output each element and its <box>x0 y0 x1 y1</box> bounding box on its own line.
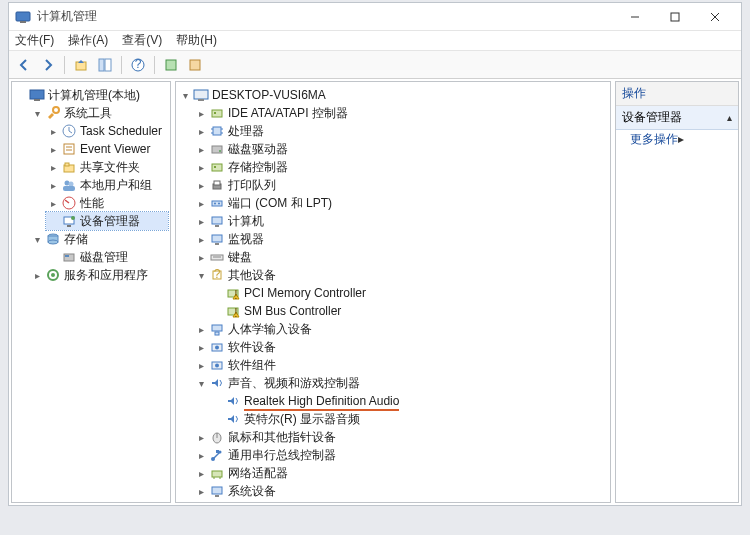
users-icon <box>61 177 77 193</box>
chevron-right-icon[interactable] <box>194 466 208 480</box>
chevron-down-icon[interactable] <box>178 88 192 102</box>
tree-item-shared-folders[interactable]: 共享文件夹 <box>46 158 168 176</box>
device-displayAdapters[interactable]: 显示适配器 <box>194 500 608 503</box>
chevron-right-icon[interactable] <box>194 484 208 498</box>
tree-item-services[interactable]: 服务和应用程序 <box>30 266 168 284</box>
svg-rect-52 <box>212 201 222 206</box>
device-hid[interactable]: 人体学输入设备 <box>194 320 608 338</box>
monitor-icon <box>209 231 225 247</box>
device-softDevices[interactable]: 软件设备 <box>194 338 608 356</box>
chevron-right-icon[interactable] <box>194 196 208 210</box>
chevron-right-icon[interactable] <box>46 196 60 210</box>
svg-text:!: ! <box>234 306 237 319</box>
mouse-icon <box>209 429 225 445</box>
chevron-right-icon[interactable] <box>30 268 44 282</box>
device-realtek[interactable]: Realtek High Definition Audio <box>210 392 608 410</box>
device-ide[interactable]: IDE ATA/ATAPI 控制器 <box>194 104 608 122</box>
refresh-button[interactable] <box>160 54 182 76</box>
chevron-down-icon[interactable] <box>194 268 208 282</box>
nav-back-button[interactable] <box>13 54 35 76</box>
device-monitors[interactable]: 监视器 <box>194 230 608 248</box>
properties-button[interactable] <box>184 54 206 76</box>
controller-icon <box>209 159 225 175</box>
chevron-right-icon[interactable] <box>194 124 208 138</box>
up-button[interactable] <box>70 54 92 76</box>
actions-selected-node[interactable]: 设备管理器 ▴ <box>616 106 738 130</box>
chevron-right-icon[interactable] <box>194 214 208 228</box>
tree-item-root[interactable]: 计算机管理(本地) <box>14 86 168 104</box>
tree-item-storage[interactable]: 存储 <box>30 230 168 248</box>
chevron-right-icon[interactable] <box>46 124 60 138</box>
device-mice[interactable]: 鼠标和其他指针设备 <box>194 428 608 446</box>
chevron-right-icon[interactable] <box>46 178 60 192</box>
device-network[interactable]: 网络适配器 <box>194 464 608 482</box>
device-computer[interactable]: 计算机 <box>194 212 608 230</box>
chevron-right-icon[interactable] <box>194 160 208 174</box>
minimize-button[interactable] <box>615 5 655 29</box>
chevron-right-icon[interactable] <box>194 448 208 462</box>
tree-item-performance[interactable]: 性能 <box>46 194 168 212</box>
tree-item-task-scheduler[interactable]: Task Scheduler <box>46 122 168 140</box>
device-storageCtrl[interactable]: 存储控制器 <box>194 158 608 176</box>
device-diskDrives[interactable]: 磁盘驱动器 <box>194 140 608 158</box>
menu-help[interactable]: 帮助(H) <box>174 32 219 49</box>
chevron-down-icon[interactable] <box>30 232 44 246</box>
keyboard-icon <box>209 249 225 265</box>
svg-rect-11 <box>166 60 176 70</box>
device-systemDevices[interactable]: 系统设备 <box>194 482 608 500</box>
nav-forward-button[interactable] <box>37 54 59 76</box>
help-button[interactable]: ? <box>127 54 149 76</box>
scope-tree-pane[interactable]: 计算机管理(本地) 系统工具 Task Scheduler Event Vi <box>11 81 171 503</box>
chevron-right-icon[interactable] <box>194 232 208 246</box>
chevron-right-icon[interactable] <box>194 358 208 372</box>
svg-point-15 <box>53 107 59 113</box>
svg-rect-58 <box>215 243 219 245</box>
services-icon <box>45 267 61 283</box>
device-cpu[interactable]: 处理器 <box>194 122 608 140</box>
menu-action[interactable]: 操作(A) <box>66 32 110 49</box>
device-pciMemCtrl[interactable]: !PCI Memory Controller <box>210 284 608 302</box>
menu-file[interactable]: 文件(F) <box>13 32 56 49</box>
chevron-right-icon[interactable] <box>194 250 208 264</box>
device-sound[interactable]: 声音、视频和游戏控制器 <box>194 374 608 392</box>
device-smBusCtrl[interactable]: !SM Bus Controller <box>210 302 608 320</box>
device-otherDevices[interactable]: ?其他设备 <box>194 266 608 284</box>
tree-item-local-users[interactable]: 本地用户和组 <box>46 176 168 194</box>
actions-more[interactable]: 更多操作 ▸ <box>616 130 738 148</box>
chevron-right-icon[interactable] <box>194 340 208 354</box>
tree-item-device-manager[interactable]: 设备管理器 <box>46 212 168 230</box>
chevron-down-icon[interactable] <box>30 106 44 120</box>
app-window: 计算机管理 文件(F) 操作(A) 查看(V) 帮助(H) ? <box>8 2 742 506</box>
svg-point-54 <box>218 203 220 205</box>
chevron-right-icon[interactable] <box>194 430 208 444</box>
sound-icon <box>209 375 225 391</box>
chevron-right-icon[interactable] <box>194 106 208 120</box>
device-softComponents[interactable]: 软件组件 <box>194 356 608 374</box>
device-printQueues[interactable]: 打印队列 <box>194 176 608 194</box>
actions-header: 操作 <box>616 82 738 106</box>
device-tree-pane[interactable]: DESKTOP-VUSI6MA IDE ATA/ATAPI 控制器处理器磁盘驱动… <box>175 81 611 503</box>
device-intelDisplayAudio[interactable]: 英特尔(R) 显示器音频 <box>210 410 608 428</box>
chevron-right-icon[interactable] <box>194 502 208 503</box>
chevron-right-icon[interactable] <box>46 142 60 156</box>
chevron-right-icon[interactable] <box>194 322 208 336</box>
device-root[interactable]: DESKTOP-VUSI6MA <box>178 86 608 104</box>
svg-rect-12 <box>190 60 200 70</box>
device-ports[interactable]: 端口 (COM 和 LPT) <box>194 194 608 212</box>
tree-item-event-viewer[interactable]: Event Viewer <box>46 140 168 158</box>
device-keyboards[interactable]: 键盘 <box>194 248 608 266</box>
chevron-right-icon[interactable] <box>194 178 208 192</box>
computer-mgmt-icon <box>29 87 45 103</box>
show-hide-tree-button[interactable] <box>94 54 116 76</box>
menu-view[interactable]: 查看(V) <box>120 32 164 49</box>
chevron-right-icon[interactable] <box>46 160 60 174</box>
maximize-button[interactable] <box>655 5 695 29</box>
tree-item-disk-mgmt[interactable]: 磁盘管理 <box>46 248 168 266</box>
chevron-right-icon[interactable] <box>194 142 208 156</box>
tree-item-system-tools[interactable]: 系统工具 <box>30 104 168 122</box>
svg-rect-13 <box>30 90 44 99</box>
close-button[interactable] <box>695 5 735 29</box>
toolbar-sep <box>64 56 65 74</box>
device-usb[interactable]: 通用串行总线控制器 <box>194 446 608 464</box>
chevron-down-icon[interactable] <box>194 376 208 390</box>
